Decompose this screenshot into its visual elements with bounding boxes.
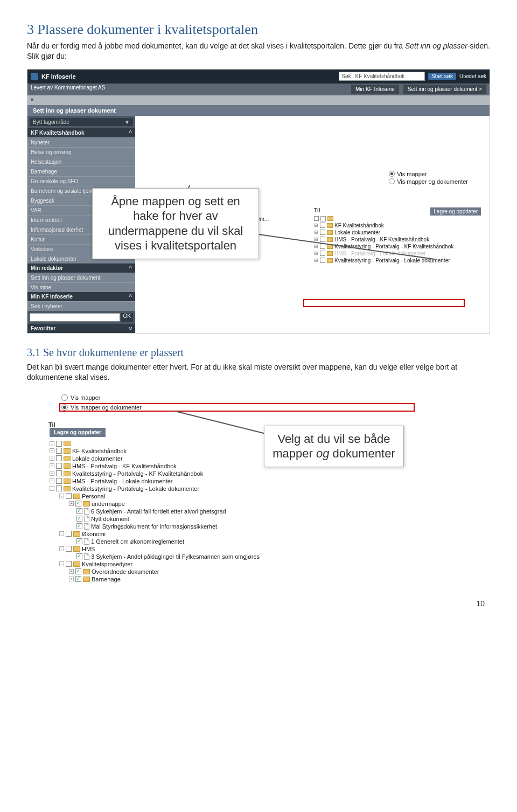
radio-vis-mapper[interactable]: Vis mapper bbox=[389, 171, 468, 177]
start-search-button[interactable]: Start søk bbox=[428, 73, 456, 80]
document-item[interactable]: Mal Styringsdokument for informasjonssik… bbox=[69, 523, 415, 530]
checkbox[interactable] bbox=[56, 485, 62, 491]
expand-icon[interactable]: + bbox=[50, 456, 54, 461]
folder-item[interactable]: -Personal bbox=[59, 492, 415, 500]
sidebar-item-sok-i-nyheter: Søk i nyheter bbox=[27, 301, 135, 311]
checkbox[interactable] bbox=[76, 523, 82, 529]
checkbox[interactable] bbox=[76, 553, 82, 559]
extended-search-link[interactable]: Utvidet søk bbox=[459, 73, 486, 79]
lagre-og-oppdater-button[interactable]: Lagre og oppdater bbox=[50, 428, 106, 437]
top-search-input[interactable]: Søk i KF Kvalitetshåndbok bbox=[339, 72, 425, 81]
expand-icon[interactable]: + bbox=[50, 471, 54, 476]
sidebar-item[interactable]: Nyheter bbox=[27, 137, 135, 147]
radio-vis-mapper-og-dokumenter[interactable]: Vis mapper og dokumenter bbox=[389, 178, 468, 185]
folder-item[interactable]: ⊞KF Kvalitetshåndbok bbox=[314, 222, 481, 229]
folder-item[interactable]: +HMS - Portalvalg - Lokale dokumenter bbox=[50, 477, 415, 485]
checkbox[interactable] bbox=[66, 546, 72, 552]
checkbox[interactable] bbox=[56, 455, 62, 461]
checkbox[interactable] bbox=[320, 237, 325, 242]
expand-icon[interactable]: + bbox=[69, 501, 74, 506]
expand-icon[interactable]: ⊞ bbox=[314, 230, 318, 235]
section-kvalitetshandbok[interactable]: KF Kvalitetshåndbok^ bbox=[27, 128, 135, 137]
checkbox[interactable] bbox=[75, 568, 81, 574]
sidebar-item[interactable]: Helse og omsorg bbox=[27, 147, 135, 157]
expand-icon[interactable] bbox=[314, 216, 319, 221]
sidebar-item[interactable]: Barnehage bbox=[27, 166, 135, 176]
checkbox[interactable] bbox=[75, 501, 81, 506]
tab-min-kf-infoserie[interactable]: Min KF Infoserie bbox=[351, 85, 399, 94]
checkbox[interactable] bbox=[56, 448, 62, 454]
folder-item[interactable]: ⊞Kvalitetsstyring - Portalvalg - KF Kval… bbox=[314, 243, 481, 250]
collapse-icon[interactable]: - bbox=[59, 494, 64, 498]
checkbox[interactable] bbox=[320, 230, 325, 235]
news-search-input[interactable] bbox=[30, 313, 120, 322]
radio-vis-mapper[interactable]: Vis mapper bbox=[59, 393, 415, 402]
checkbox[interactable] bbox=[76, 538, 82, 544]
document-item[interactable]: 3 Sykehjem - Andel påklaginger til Fylke… bbox=[69, 553, 415, 560]
sidebar-item[interactable]: Vis mine bbox=[27, 282, 135, 292]
expand-icon[interactable]: ⊞ bbox=[314, 244, 318, 249]
folder-item[interactable]: -Kvalitetsprosedyrer bbox=[59, 560, 415, 568]
checkbox[interactable] bbox=[76, 508, 82, 514]
expand-icon[interactable]: + bbox=[50, 463, 54, 468]
expand-icon[interactable]: ⊞ bbox=[314, 223, 318, 228]
sidebar-item[interactable]: Grunnskole og SFO bbox=[27, 176, 135, 186]
item-label: 6 Sykehjem - Antall fall fordelt etter a… bbox=[91, 508, 226, 515]
expand-icon[interactable]: ⊞ bbox=[314, 251, 318, 256]
news-search-ok-button[interactable]: OK bbox=[121, 313, 133, 322]
lagre-og-oppdater-button[interactable]: Lagre og oppdater bbox=[430, 207, 481, 216]
checkbox[interactable] bbox=[320, 223, 325, 228]
app-logo-icon bbox=[31, 73, 38, 80]
folder-label: Kvalitetsstyring - Portalvalg - KF Kvali… bbox=[334, 244, 453, 249]
document-item[interactable]: 1 Generelt om økonomireglementet bbox=[69, 538, 415, 545]
section-min-redaktor[interactable]: Min redaktør^ bbox=[27, 263, 135, 273]
radio-vis-mapper-og-dokumenter[interactable]: Vis mapper og dokumenter bbox=[59, 403, 415, 412]
checkbox[interactable] bbox=[56, 478, 62, 484]
expand-icon[interactable]: - bbox=[50, 441, 54, 446]
folder-item[interactable]: ⊞HMS - Portalvalg - KF Kvalitetshåndbok bbox=[314, 236, 481, 243]
checkbox[interactable] bbox=[56, 470, 62, 476]
folder-item[interactable]: +undermappe bbox=[69, 500, 415, 508]
expand-icon[interactable]: ⊞ bbox=[314, 258, 318, 263]
checkbox[interactable] bbox=[66, 531, 72, 537]
document-item[interactable]: Nytt dokument bbox=[69, 515, 415, 523]
checkbox[interactable] bbox=[320, 258, 325, 263]
collapse-icon[interactable]: - bbox=[59, 561, 64, 566]
expand-icon[interactable]: + bbox=[50, 448, 54, 453]
expand-icon[interactable]: + bbox=[69, 577, 74, 581]
sidebar-item[interactable]: Sett inn og plasser dokument bbox=[27, 273, 135, 282]
checkbox[interactable] bbox=[66, 561, 72, 567]
item-label: Økonomi bbox=[82, 531, 106, 537]
folder-item[interactable]: -Kvalitetsstyring - Portalvalg - Lokale … bbox=[50, 485, 415, 492]
folder-item[interactable]: -Økonomi bbox=[59, 530, 415, 538]
folder-item[interactable]: +Barnehage bbox=[69, 575, 415, 583]
document-item[interactable]: 6 Sykehjem - Antall fall fordelt etter a… bbox=[69, 508, 415, 515]
collapse-icon[interactable]: - bbox=[50, 486, 54, 491]
expand-icon[interactable]: + bbox=[69, 569, 74, 574]
checkbox[interactable] bbox=[320, 251, 325, 256]
checkbox[interactable] bbox=[56, 463, 62, 469]
folder-item[interactable]: ⊞Kvalitetsstyring - Portalvalg - Lokale … bbox=[314, 257, 481, 264]
folder-item[interactable]: +Kvalitetsstyring - Portalvalg - KF Kval… bbox=[50, 470, 415, 477]
expand-icon[interactable]: + bbox=[50, 478, 54, 483]
section-min-kf-infoserie[interactable]: Min KF Infoserie^ bbox=[27, 292, 135, 301]
collapse-icon[interactable]: - bbox=[59, 546, 64, 551]
checkbox[interactable] bbox=[56, 441, 62, 447]
bytt-fagomrade-select[interactable]: Bytt fagområde▼ bbox=[29, 117, 134, 127]
folder-item[interactable]: +Overordnede dokumenter bbox=[69, 568, 415, 575]
collapse-icon[interactable]: - bbox=[59, 531, 64, 536]
close-icon[interactable]: × bbox=[479, 86, 482, 92]
checkbox[interactable] bbox=[320, 244, 325, 249]
checkbox[interactable] bbox=[76, 516, 82, 522]
collapse-icon[interactable]: « bbox=[31, 96, 34, 104]
tab-sett-inn-og-plasser[interactable]: Sett inn og plasser dokument × bbox=[403, 85, 486, 94]
folder-item[interactable]: ⊞Lokale dokumenter bbox=[314, 229, 481, 236]
checkbox[interactable] bbox=[320, 216, 326, 221]
heading-2: 3.1 Se hvor dokumentene er plassert bbox=[27, 346, 490, 359]
section-favoritter[interactable]: Favoritterv bbox=[27, 324, 135, 333]
checkbox[interactable] bbox=[66, 493, 72, 499]
document-icon bbox=[84, 523, 89, 530]
sidebar-item[interactable]: Helsestasjon bbox=[27, 157, 135, 166]
folder-item[interactable]: -HMS bbox=[59, 545, 415, 553]
checkbox[interactable] bbox=[75, 576, 81, 582]
